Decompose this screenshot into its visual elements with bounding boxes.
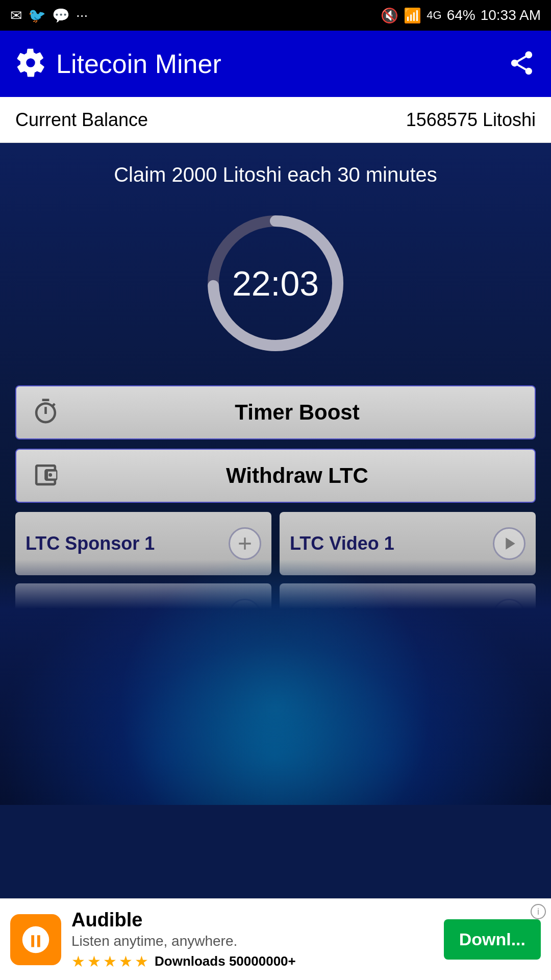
status-bar: ✉ 🐦 💬 ··· 🔇 📶 4G 64% 10:33 AM <box>0 0 551 31</box>
battery-text: 64% <box>447 7 475 23</box>
plus-icon-1 <box>229 527 261 560</box>
withdraw-ltc-label: Withdraw LTC <box>75 463 519 488</box>
wifi-icon: 📶 <box>404 7 421 24</box>
glow-inner <box>0 560 551 805</box>
dots-icon: ··· <box>76 7 88 23</box>
timer-boost-label: Timer Boost <box>75 400 519 425</box>
ltc-video-1-label: LTC Video 1 <box>290 533 394 554</box>
mute-icon: 🔇 <box>381 7 398 24</box>
settings-button[interactable] <box>15 47 46 80</box>
timer-display: 22:03 <box>232 263 319 303</box>
ad-text-area: Audible Listen anytime, anywhere. ★ ★ ★ … <box>71 909 444 970</box>
background-glow <box>0 560 551 805</box>
mail-icon: ✉ <box>10 7 22 24</box>
ltc-sponsor-1-label: LTC Sponsor 1 <box>26 533 155 554</box>
balance-value: 1568575 Litoshi <box>406 109 536 131</box>
share-button[interactable] <box>508 49 536 79</box>
play-icon-1 <box>493 527 525 560</box>
star-3: ★ <box>103 952 117 970</box>
twitter-icon: 🐦 <box>28 7 46 24</box>
status-left-icons: ✉ 🐦 💬 ··· <box>10 7 88 24</box>
timer-container: 22:03 <box>15 207 536 360</box>
main-content: Claim 2000 Litoshi each 30 minutes 22:03… <box>0 143 551 805</box>
message-icon: 💬 <box>52 7 70 24</box>
star-1: ★ <box>71 952 85 970</box>
ad-subtitle: Listen anytime, anywhere. <box>71 933 444 949</box>
ad-downloads: Downloads 50000000+ <box>155 953 296 969</box>
star-4: ★ <box>119 952 133 970</box>
balance-label: Current Balance <box>15 109 148 131</box>
ad-app-icon <box>10 914 61 965</box>
withdraw-ltc-button[interactable]: Withdraw LTC <box>15 449 536 503</box>
star-2: ★ <box>87 952 101 970</box>
svg-point-0 <box>48 473 52 477</box>
time-display: 10:33 AM <box>481 7 541 23</box>
claim-text: Claim 2000 Litoshi each 30 minutes <box>15 163 536 186</box>
ad-stars: ★ ★ ★ ★ ★ Downloads 50000000+ <box>71 952 444 970</box>
app-bar: Litecoin Miner <box>0 31 551 97</box>
star-half: ★ <box>135 952 148 970</box>
timer-icon <box>32 398 60 427</box>
ad-download-button[interactable]: Downl... <box>444 919 541 960</box>
ad-info-icon[interactable]: i <box>531 904 546 919</box>
ad-app-name: Audible <box>71 909 444 931</box>
wallet-icon <box>32 461 60 491</box>
app-bar-left: Litecoin Miner <box>15 47 221 80</box>
balance-bar: Current Balance 1568575 Litoshi <box>0 97 551 143</box>
app-title: Litecoin Miner <box>56 48 221 79</box>
timer-boost-button[interactable]: Timer Boost <box>15 385 536 439</box>
status-right-icons: 🔇 📶 4G 64% 10:33 AM <box>381 7 541 24</box>
ad-banner: Audible Listen anytime, anywhere. ★ ★ ★ … <box>0 898 551 980</box>
timer-circle: 22:03 <box>199 207 352 360</box>
4g-icon: 4G <box>427 9 441 22</box>
